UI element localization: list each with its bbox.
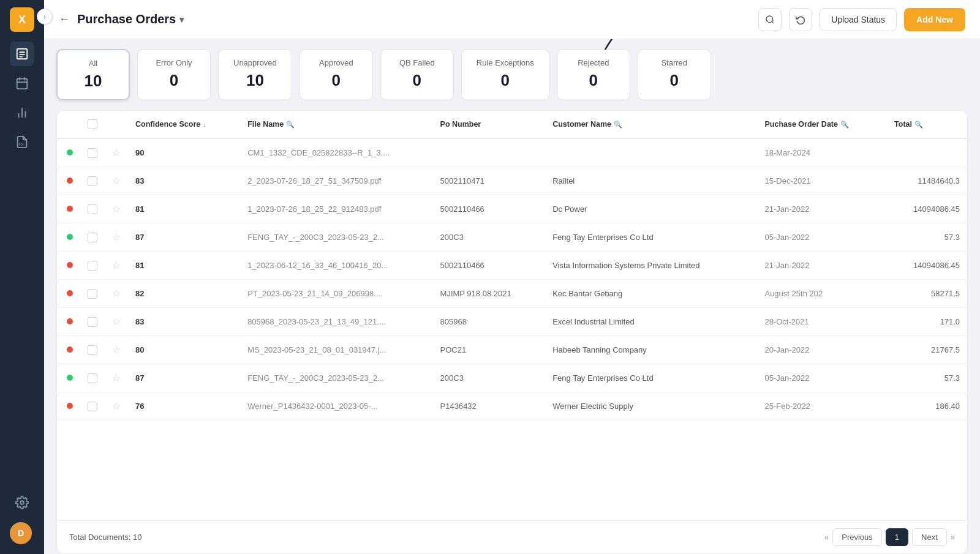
- upload-status-button[interactable]: Upload Status: [820, 8, 897, 31]
- star-icon[interactable]: ☆: [112, 204, 121, 214]
- row-filename-5[interactable]: PT_2023-05-23_21_14_09_206998....: [240, 280, 432, 308]
- svg-text:PDF: PDF: [19, 143, 24, 146]
- row-filename-7[interactable]: MS_2023-05-23_21_08_01_031947.j...: [240, 336, 432, 364]
- row-filename-9[interactable]: Werner_P1436432-0001_2023-05-...: [240, 392, 432, 421]
- star-icon[interactable]: ☆: [112, 316, 121, 327]
- row-filename-4[interactable]: 1_2023-06-12_16_33_46_100416_20...: [240, 252, 432, 280]
- sidebar-item-purchase-orders[interactable]: [10, 42, 34, 66]
- search-button[interactable]: [758, 8, 782, 31]
- row-confidence-6: 83: [128, 308, 240, 336]
- row-filename-2[interactable]: 1_2023-07-26_18_25_22_912483.pdf: [240, 195, 432, 223]
- row-checkbox[interactable]: [88, 233, 97, 242]
- refresh-button[interactable]: [789, 8, 812, 31]
- sidebar-item-pdf[interactable]: PDF: [10, 130, 34, 154]
- row-checkbox[interactable]: [88, 289, 97, 299]
- row-filename-6[interactable]: 805968_2023-05-23_21_13_49_121....: [240, 308, 432, 336]
- customer-search-icon[interactable]: 🔍: [614, 121, 622, 129]
- star-icon[interactable]: ☆: [112, 176, 121, 186]
- filter-tab-approved[interactable]: Approved 0: [300, 49, 373, 100]
- pagination: « Previous 1 Next »: [824, 528, 955, 546]
- row-po-number-0: [433, 138, 546, 167]
- select-all-checkbox[interactable]: [88, 119, 97, 129]
- filter-tab-rejected[interactable]: Rejected 0: [557, 49, 630, 100]
- row-confidence-5: 82: [128, 280, 240, 308]
- sidebar-settings[interactable]: [10, 490, 34, 515]
- row-filename-8[interactable]: FENG_TAY_-_200C3_2023-05-23_2...: [240, 364, 432, 392]
- filter-tab-starred[interactable]: Starred 0: [638, 49, 711, 100]
- filter-tab-unapproved[interactable]: Unapproved 10: [218, 49, 292, 100]
- star-icon[interactable]: ☆: [112, 260, 121, 271]
- row-customer-6: Excel Industrial Limited: [545, 308, 757, 336]
- star-icon[interactable]: ☆: [112, 345, 121, 355]
- sidebar-item-chart[interactable]: [10, 100, 34, 125]
- sidebar-logo: X: [10, 7, 34, 32]
- row-customer-1: Railtel: [545, 167, 757, 195]
- row-status-9: [57, 392, 80, 421]
- previous-button[interactable]: Previous: [832, 528, 882, 546]
- total-search-icon[interactable]: 🔍: [914, 121, 923, 129]
- row-po-number-8: 200C3: [433, 364, 546, 392]
- title-dropdown-icon[interactable]: ▾: [179, 15, 184, 24]
- row-po-date-0: 18-Mar-2024: [757, 138, 887, 167]
- row-po-number-7: POC21: [433, 336, 546, 364]
- table-footer: Total Documents: 10 « Previous 1 Next »: [57, 520, 967, 553]
- row-checkbox[interactable]: [88, 373, 97, 383]
- row-customer-0: [545, 138, 757, 167]
- status-dot: [67, 346, 73, 353]
- sidebar-collapse-button[interactable]: ›: [37, 9, 53, 24]
- row-po-date-4: 21-Jan-2022: [757, 252, 887, 280]
- row-checkbox-7: [80, 336, 105, 364]
- row-checkbox[interactable]: [88, 148, 97, 158]
- add-new-button[interactable]: Add New: [904, 8, 965, 31]
- row-checkbox-1: [80, 167, 105, 195]
- row-checkbox[interactable]: [88, 345, 97, 355]
- status-dot: [67, 178, 73, 184]
- row-filename-3[interactable]: FENG_TAY_-_200C3_2023-05-23_2...: [240, 223, 432, 252]
- row-total-4: 14094086.45: [887, 252, 967, 280]
- row-po-number-4: 5002110466: [433, 252, 546, 280]
- main-content: ← Purchase Orders ▾ Upload Status Add Ne…: [44, 0, 980, 554]
- back-button[interactable]: ←: [59, 13, 70, 26]
- row-checkbox[interactable]: [88, 176, 97, 186]
- col-confidence: Confidence Score ↓: [128, 111, 240, 138]
- filter-tab-rule-exceptions[interactable]: Rule Exceptions 0: [461, 49, 549, 100]
- star-icon[interactable]: ☆: [112, 232, 121, 242]
- row-checkbox[interactable]: [88, 402, 97, 411]
- row-checkbox[interactable]: [88, 317, 97, 327]
- row-status-1: [57, 167, 80, 195]
- row-checkbox[interactable]: [88, 204, 97, 214]
- filter-tab-all[interactable]: All 10: [56, 49, 130, 100]
- star-icon[interactable]: ☆: [112, 148, 121, 158]
- col-total: Total 🔍: [887, 111, 967, 138]
- confidence-sort-icon[interactable]: ↓: [203, 121, 206, 128]
- row-po-date-9: 25-Feb-2022: [757, 392, 887, 421]
- next-button[interactable]: Next: [912, 528, 947, 546]
- po-date-search-icon[interactable]: 🔍: [840, 121, 849, 129]
- row-status-4: [57, 252, 80, 280]
- star-icon[interactable]: ☆: [112, 373, 121, 383]
- user-avatar[interactable]: D: [10, 522, 32, 544]
- col-filename: File Name 🔍: [240, 111, 432, 138]
- row-total-9: 186.40: [887, 392, 967, 421]
- filename-search-icon[interactable]: 🔍: [286, 121, 295, 129]
- header: ← Purchase Orders ▾ Upload Status Add Ne…: [44, 0, 980, 39]
- row-filename-0[interactable]: CM1_1332_CDE_025822833--R_1_3....: [240, 138, 432, 167]
- row-filename-1[interactable]: 2_2023-07-26_18_27_51_347509.pdf: [240, 167, 432, 195]
- sidebar-item-calendar[interactable]: [10, 71, 34, 95]
- star-icon[interactable]: ☆: [112, 401, 121, 411]
- row-po-date-8: 05-Jan-2022: [757, 364, 887, 392]
- svg-line-14: [772, 21, 774, 23]
- row-checkbox[interactable]: [88, 261, 97, 271]
- filter-tab-error-only[interactable]: Error Only 0: [137, 49, 211, 100]
- row-confidence-1: 83: [128, 167, 240, 195]
- svg-rect-4: [17, 79, 28, 89]
- row-status-0: [57, 138, 80, 167]
- filter-tab-qb-failed[interactable]: QB Failed 0: [380, 49, 454, 100]
- row-checkbox-9: [80, 392, 105, 421]
- page-1-button[interactable]: 1: [886, 528, 908, 546]
- total-documents-label: Total Documents: 10: [69, 533, 142, 542]
- col-checkbox: [80, 111, 105, 138]
- row-star-9: ☆: [105, 392, 128, 421]
- row-confidence-0: 90: [128, 138, 240, 167]
- star-icon[interactable]: ☆: [112, 288, 121, 299]
